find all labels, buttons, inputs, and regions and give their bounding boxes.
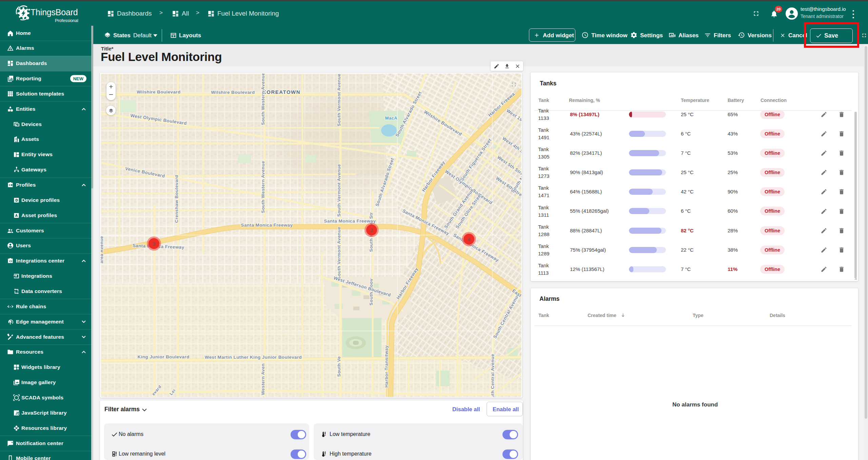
svg-text:South Western Avenue: South Western Avenue	[260, 161, 265, 213]
svg-text:Santa Monica Freeway: Santa Monica Freeway	[241, 223, 293, 228]
svg-text:South Vermont Avenue: South Vermont Avenue	[336, 74, 341, 126]
svg-text:South Western Avenue: South Western Avenue	[260, 74, 265, 125]
svg-text:KOREATOWN: KOREATOWN	[262, 89, 300, 95]
svg-text:area Avenue: area Avenue	[101, 236, 104, 264]
svg-text:outh Central Avenue: outh Central Avenue	[490, 354, 495, 397]
svg-text:Harbor Transitway: Harbor Transitway	[384, 346, 389, 388]
svg-text:West Martin Luther King Junior: West Martin Luther King Junior Boulevard	[205, 355, 302, 360]
svg-text:MacA: MacA	[385, 116, 397, 121]
svg-text:Wilshire Boulevard: Wilshire Boulevard	[137, 89, 180, 95]
svg-text:3: 3	[153, 241, 155, 247]
svg-text:South Vermont Avenue: South Vermont Avenue	[336, 164, 341, 217]
svg-text:Crenshaw Boulevard: Crenshaw Boulevard	[174, 175, 179, 223]
svg-text:2: 2	[370, 227, 373, 233]
svg-text:South Vermont Avenue: South Vermont Avenue	[336, 227, 341, 279]
svg-text:Santa Monica Freeway: Santa Monica Freeway	[324, 218, 376, 224]
svg-text:King Junior Boulevard: King Junior Boulevard	[137, 354, 189, 359]
svg-text:South Ve: South Ve	[336, 356, 341, 377]
svg-text:4: 4	[468, 236, 471, 242]
svg-text:outh Western Aven: outh Western Aven	[260, 363, 265, 397]
svg-text:Wilshire Boulevard: Wilshire Boulevard	[211, 90, 255, 95]
